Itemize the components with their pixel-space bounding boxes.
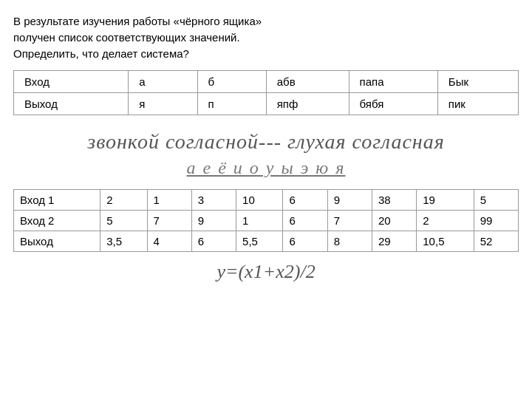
table-cell: 29 xyxy=(372,231,417,252)
table-cell: абв xyxy=(266,71,349,93)
table-cell: 4 xyxy=(147,231,191,252)
intro-line3: Определить, что делает система? xyxy=(13,47,189,60)
table-cell: бябя xyxy=(349,93,437,115)
table-cell: 20 xyxy=(372,211,417,231)
row-label: Вход 2 xyxy=(14,211,100,231)
table-cell: 9 xyxy=(191,211,236,231)
table-cell: 2 xyxy=(417,211,474,231)
table-cell: я xyxy=(129,93,197,115)
table-cell: 99 xyxy=(474,211,518,231)
input-label: Вход xyxy=(14,71,129,93)
table-cell: 1 xyxy=(236,211,283,231)
voicing-rule: звонкой согласной--- глухая согласная xyxy=(13,129,519,155)
table-cell: 10 xyxy=(236,190,283,211)
table-cell: 52 xyxy=(474,231,518,252)
table-cell: 3,5 xyxy=(100,231,147,252)
output-label: Выход xyxy=(14,93,129,115)
input-output-table1: ВходабабвпапаБыкВыходяпяпфбябяпик xyxy=(13,70,519,115)
table-cell: 6 xyxy=(283,231,327,252)
table-cell: пик xyxy=(437,93,518,115)
row-label: Вход 1 xyxy=(14,190,100,211)
vowels-list: а е ё и о у ы э ю я xyxy=(13,156,519,181)
intro-line1: В результате изучения работы «чёрного ящ… xyxy=(13,15,262,27)
table-cell: 7 xyxy=(327,211,372,231)
main-container: В результате изучения работы «чёрного ящ… xyxy=(0,0,532,290)
table-cell: а xyxy=(129,71,197,93)
input-output-table2: Вход 1213106938195Вход 257916720299Выход… xyxy=(13,189,519,252)
table-row: Выходяпяпфбябяпик xyxy=(14,93,519,115)
table-cell: 6 xyxy=(283,190,327,211)
table-cell: папа xyxy=(349,71,437,93)
table-row: Вход 1213106938195 xyxy=(14,190,519,211)
table-cell: 5 xyxy=(474,190,518,211)
table-cell: 10,5 xyxy=(417,231,474,252)
table-cell: 3 xyxy=(191,190,236,211)
table-row: Вход 257916720299 xyxy=(14,211,519,231)
table-cell: 9 xyxy=(327,190,372,211)
table-cell: 7 xyxy=(147,211,191,231)
table-cell: 2 xyxy=(100,190,147,211)
row-label: Выход xyxy=(14,231,100,252)
intro-line2: получен список соответствующих значений. xyxy=(13,31,240,44)
table-cell: Бык xyxy=(437,71,518,93)
table-cell: б xyxy=(197,71,266,93)
intro-text: В результате изучения работы «чёрного ящ… xyxy=(13,13,519,61)
table-row: ВходабабвпапаБык xyxy=(14,71,519,93)
middle-section: звонкой согласной--- глухая согласная а … xyxy=(13,129,519,180)
table-cell: япф xyxy=(266,93,349,115)
formula: y=(x1+x2)/2 xyxy=(13,261,519,283)
table-cell: п xyxy=(197,93,266,115)
table-cell: 5 xyxy=(100,211,147,231)
table-cell: 1 xyxy=(147,190,191,211)
table-cell: 38 xyxy=(372,190,417,211)
table-cell: 6 xyxy=(283,211,327,231)
table-cell: 8 xyxy=(327,231,372,252)
table-cell: 19 xyxy=(417,190,474,211)
table-cell: 5,5 xyxy=(236,231,283,252)
table-row: Выход3,5465,5682910,552 xyxy=(14,231,519,252)
table-cell: 6 xyxy=(191,231,236,252)
